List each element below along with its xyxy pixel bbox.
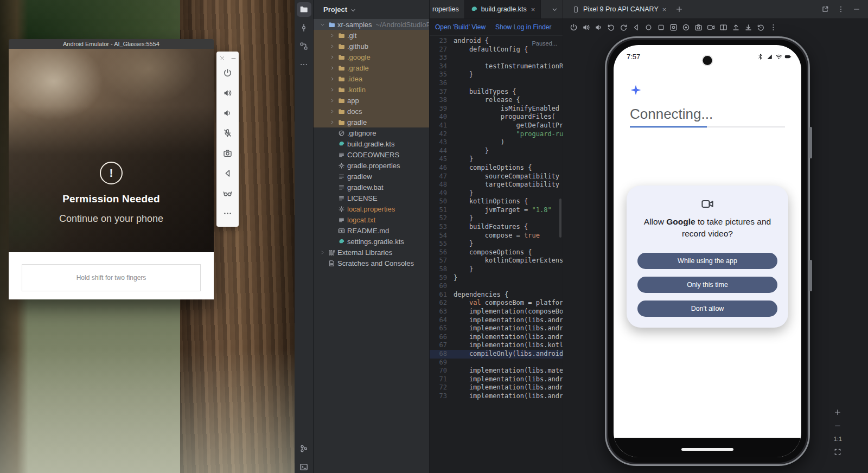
close-tab-icon[interactable]: ×: [531, 5, 535, 14]
reset-icon[interactable]: [757, 23, 765, 31]
line-number[interactable]: 40: [430, 113, 454, 122]
line-number[interactable]: 45: [430, 155, 454, 164]
zoom-ratio-label[interactable]: 1:1: [834, 436, 842, 442]
tab-gradle-properties[interactable]: roperties: [430, 0, 465, 18]
tree-item-gitignore[interactable]: .gitignore: [314, 127, 429, 138]
fit-screen-icon[interactable]: [834, 448, 841, 456]
chevron-right-icon[interactable]: [328, 76, 336, 82]
code-line-57[interactable]: 57 kotlinCompilerExtens: [430, 257, 563, 265]
perm-button-only-this-time[interactable]: Only this time: [637, 277, 777, 293]
line-number[interactable]: 65: [430, 324, 454, 333]
code-line-59[interactable]: 59}: [430, 274, 563, 283]
line-number[interactable]: 43: [430, 138, 454, 147]
project-tool-icon[interactable]: [295, 0, 313, 18]
code-line-69[interactable]: 69: [430, 359, 563, 367]
zoom-in-icon[interactable]: [834, 408, 841, 416]
tree-item-license[interactable]: LICENSE: [314, 193, 429, 203]
perm-button-while-using-the-app[interactable]: While using the app: [637, 253, 777, 269]
code-line-48[interactable]: 48 targetCompatibility: [430, 181, 563, 189]
overview-icon[interactable]: [657, 23, 665, 31]
phone-screen[interactable]: 7:57 Connecting... Allow Google to take …: [614, 45, 801, 457]
chevron-down-icon[interactable]: [318, 22, 327, 28]
download-icon[interactable]: [744, 23, 752, 31]
volume-up-icon[interactable]: [582, 23, 590, 31]
open-build-view-link[interactable]: Open 'Build' View: [435, 23, 486, 31]
line-number[interactable]: 52: [430, 214, 454, 223]
tab-pixel-9-pro-api-canary[interactable]: Pixel 9 Pro API CANARY ×: [567, 1, 671, 18]
line-number[interactable]: 59: [430, 274, 454, 283]
line-number[interactable]: 55: [430, 240, 454, 248]
more-v-icon[interactable]: [769, 23, 777, 31]
more-tools-icon[interactable]: [295, 55, 313, 74]
code-line-34[interactable]: 34 testInstrumentationR: [430, 62, 563, 71]
line-number[interactable]: 70: [430, 367, 454, 375]
line-number[interactable]: 56: [430, 248, 454, 257]
terminal-tool-icon[interactable]: [295, 458, 313, 473]
chevron-right-icon[interactable]: [328, 65, 336, 71]
line-number[interactable]: 39: [430, 105, 454, 113]
tree-item-xr-samples[interactable]: xr-samples~/AndroidStudioProj: [314, 19, 429, 30]
line-number[interactable]: 67: [430, 341, 454, 350]
line-number[interactable]: 33: [430, 54, 454, 62]
tree-item-git[interactable]: .git: [314, 30, 429, 41]
emulator-screen[interactable]: ! Permission Needed Continue on your pho…: [9, 49, 214, 252]
code-line-44[interactable]: 44 }: [430, 147, 563, 156]
show-log-in-finder-link[interactable]: Show Log in Finder: [495, 23, 551, 31]
video-icon[interactable]: [707, 23, 715, 31]
code-line-64[interactable]: 64 implementation(libs.andr: [430, 316, 563, 325]
chevron-right-icon[interactable]: [328, 43, 336, 49]
tree-item-logcat-txt[interactable]: logcat.txt: [314, 214, 429, 225]
code-line-55[interactable]: 55 }: [430, 240, 563, 248]
code-line-36[interactable]: 36: [430, 79, 563, 88]
line-number[interactable]: 41: [430, 122, 454, 130]
line-number[interactable]: 51: [430, 206, 454, 215]
code-line-63[interactable]: 63 implementation(composeBo: [430, 308, 563, 316]
back-icon[interactable]: [216, 163, 239, 183]
line-number[interactable]: 27: [430, 46, 454, 54]
line-number[interactable]: 37: [430, 88, 454, 97]
line-number[interactable]: 69: [430, 359, 454, 367]
tree-item-app[interactable]: app: [314, 95, 429, 106]
code-line-73[interactable]: 73 implementation(libs.andr: [430, 392, 563, 401]
tab-build-gradle-kts[interactable]: build.gradle.kts ×: [465, 0, 541, 18]
code-line-49[interactable]: 49 }: [430, 189, 563, 198]
code-line-43[interactable]: 43 ): [430, 138, 563, 147]
line-number[interactable]: 57: [430, 257, 454, 265]
code-line-60[interactable]: 60: [430, 282, 563, 291]
line-number[interactable]: 38: [430, 96, 454, 105]
chevron-right-icon[interactable]: [328, 98, 336, 104]
tree-item-build-gradle-kts[interactable]: build.gradle.kts: [314, 138, 429, 149]
code-line-46[interactable]: 46 compileOptions {: [430, 164, 563, 172]
tree-item-google[interactable]: .google: [314, 52, 429, 62]
editor-scrollbar[interactable]: [559, 199, 561, 238]
line-number[interactable]: 36: [430, 79, 454, 88]
chevron-right-icon[interactable]: [328, 33, 336, 39]
code-line-38[interactable]: 38 release {: [430, 96, 563, 105]
code-line-72[interactable]: 72 implementation(libs.andr: [430, 383, 563, 392]
mic-off-icon[interactable]: [216, 123, 239, 143]
line-number[interactable]: 42: [430, 130, 454, 139]
line-number[interactable]: 53: [430, 223, 454, 232]
tree-item-local-properties[interactable]: local.properties: [314, 203, 429, 214]
tree-item-docs[interactable]: docs: [314, 106, 429, 117]
code-line-66[interactable]: 66 implementation(libs.andr: [430, 333, 563, 342]
code-line-51[interactable]: 51 jvmTarget = "1.8": [430, 206, 563, 215]
minimize-icon[interactable]: [853, 5, 860, 13]
code-line-71[interactable]: 71 implementation(libs.andr: [430, 375, 563, 384]
line-number[interactable]: 48: [430, 181, 454, 189]
line-number[interactable]: 63: [430, 308, 454, 316]
chevron-right-icon[interactable]: [328, 54, 336, 60]
screenshot-icon[interactable]: [669, 23, 678, 31]
code-line-53[interactable]: 53 buildFeatures {: [430, 223, 563, 232]
code-line-62[interactable]: 62 val composeBom = platfor: [430, 299, 563, 308]
tree-item-codeowners[interactable]: CODEOWNERS: [314, 149, 429, 160]
code-line-40[interactable]: 40 proguardFiles(: [430, 113, 563, 122]
line-number[interactable]: 64: [430, 316, 454, 325]
emulator-titlebar[interactable]: Android Emulator - AI_Glasses:5554: [9, 39, 214, 49]
code-line-61[interactable]: 61dependencies {: [430, 291, 563, 299]
rotate-left-icon[interactable]: [607, 23, 615, 31]
line-number[interactable]: 60: [430, 282, 454, 291]
code-line-39[interactable]: 39 isMinifyEnabled: [430, 105, 563, 113]
chevron-right-icon[interactable]: [328, 119, 336, 125]
code-line-47[interactable]: 47 sourceCompatibility: [430, 172, 563, 181]
